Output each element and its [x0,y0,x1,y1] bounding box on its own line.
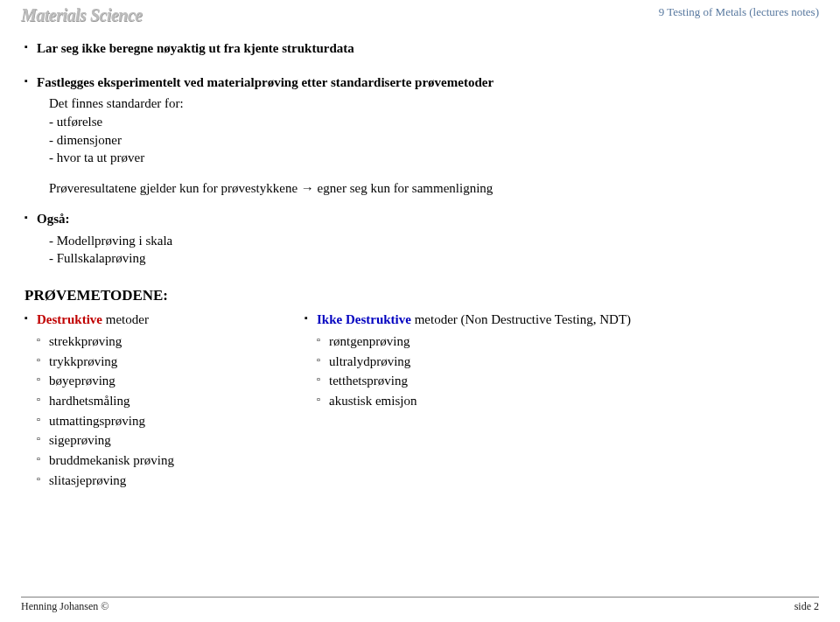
bullet-compute: Lar seg ikke beregne nøyaktig ut fra kje… [24,39,819,58]
standards-item-3: - hvor ta ut prøver [24,149,819,167]
standards-item-2: - dimensjoner [24,131,819,150]
methods-columns: Destruktive metoder strekkprøving trykkp… [24,311,819,491]
logo: Materials Science [21,5,143,25]
destructive-item: trykkprøving [24,353,270,371]
page-header: Materials Science 9 Testing of Metals (l… [21,5,819,25]
destructive-heading: Destruktive metoder [24,311,270,329]
footer-page-number: side 2 [794,600,819,613]
nondestructive-item: tetthetsprøving [304,372,819,390]
also-item-1: - Modellprøving i skala [24,232,819,250]
footer-author: Henning Johansen © [21,600,108,613]
results-note: Prøveresultatene gjelder kun for prøvest… [24,179,819,198]
destructive-label: Destruktive [37,312,102,326]
destructive-column: Destruktive metoder strekkprøving trykkp… [24,311,270,491]
bullet-experimental: Fastlegges eksperimentelt ved materialpr… [24,73,819,92]
nondestructive-item: røntgenprøving [304,332,819,351]
nondestructive-rest: metoder (Non Destructive Testing, NDT) [411,312,631,326]
destructive-item: slitasjeprøving [24,472,270,490]
header-chapter: 9 Testing of Metals (lectures notes) [659,5,819,19]
section-title: PRØVEMETODENE: [24,285,819,305]
nondestructive-item: akustisk emisjon [304,392,819,410]
page: Materials Science 9 Testing of Metals (l… [0,0,840,622]
content: Lar seg ikke beregne nøyaktig ut fra kje… [21,39,819,492]
destructive-item: strekkprøving [24,332,270,351]
nondestructive-label: Ikke Destruktive [317,312,411,326]
nondestructive-item: ultralydprøving [304,353,819,371]
destructive-rest: metoder [102,312,149,326]
page-footer: Henning Johansen © side 2 [21,597,819,613]
standards-intro: Det finnes standarder for: [24,94,819,113]
destructive-item: hardhetsmåling [24,392,270,410]
standards-item-1: - utførelse [24,113,819,131]
nondestructive-column: Ikke Destruktive metoder (Non Destructiv… [304,311,819,491]
destructive-item: utmattingsprøving [24,412,270,430]
also-item-2: - Fullskalaprøving [24,249,819,268]
nondestructive-heading: Ikke Destruktive metoder (Non Destructiv… [304,311,819,329]
bullet-also: Også: [24,210,819,228]
destructive-item: bruddmekanisk prøving [24,451,270,470]
destructive-item: sigeprøving [24,431,270,450]
destructive-item: bøyeprøving [24,372,270,390]
